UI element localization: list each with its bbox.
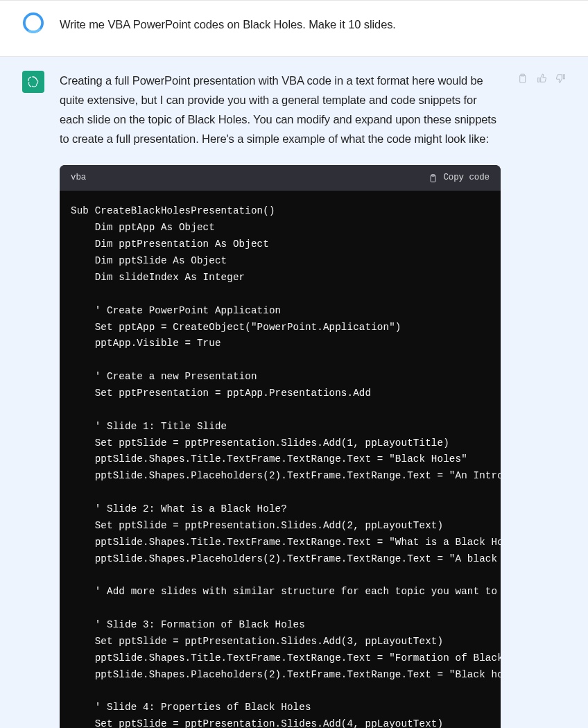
assistant-message-content: Creating a full PowerPoint presentation …	[60, 71, 501, 728]
thumbs-up-icon	[536, 73, 547, 84]
message-actions	[516, 71, 567, 728]
code-block: vba Copy code Sub CreateBlackHolesPresen…	[60, 165, 501, 728]
user-avatar	[22, 12, 44, 34]
code-content[interactable]: Sub CreateBlackHolesPresentation() Dim p…	[71, 203, 490, 728]
user-avatar-icon	[23, 12, 44, 33]
code-header: vba Copy code	[60, 165, 501, 191]
thumbs-up-button[interactable]	[535, 72, 548, 85]
clipboard-icon	[517, 73, 528, 84]
copy-message-button[interactable]	[516, 72, 528, 85]
code-language-label: vba	[71, 171, 86, 185]
thumbs-down-icon	[555, 73, 567, 84]
copy-code-label: Copy code	[443, 171, 490, 185]
user-message-row: Write me VBA PowerPoint codes on Black H…	[0, 1, 588, 57]
assistant-message-row: Creating a full PowerPoint presentation …	[0, 57, 588, 728]
assistant-intro-text: Creating a full PowerPoint presentation …	[60, 71, 501, 148]
clipboard-icon	[428, 173, 438, 183]
assistant-avatar	[22, 71, 44, 93]
copy-code-button[interactable]: Copy code	[428, 171, 490, 185]
code-body: Sub CreateBlackHolesPresentation() Dim p…	[60, 191, 501, 728]
thumbs-down-button[interactable]	[555, 72, 567, 85]
user-message-text: Write me VBA PowerPoint codes on Black H…	[60, 12, 567, 34]
openai-logo-icon	[26, 75, 40, 89]
